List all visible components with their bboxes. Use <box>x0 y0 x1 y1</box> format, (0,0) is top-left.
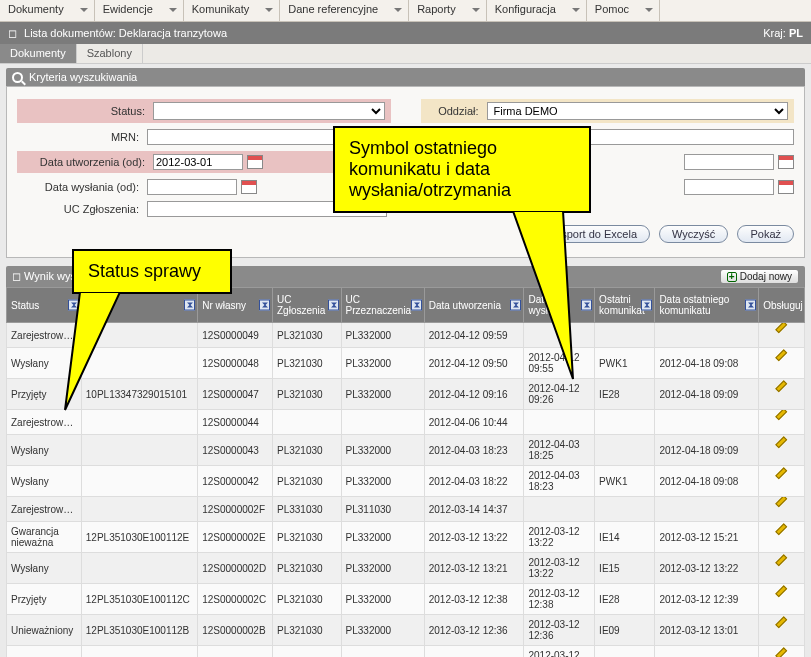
status-label: Status: <box>23 105 153 117</box>
col-header-data_ost_kom[interactable]: Data ostatniego komunikatu <box>655 288 759 323</box>
sort-icon[interactable] <box>184 300 195 311</box>
show-button[interactable]: Pokaż <box>737 225 794 243</box>
table-row[interactable]: Gwarancja nieważna12PL351030E100112E12S0… <box>7 522 805 553</box>
col-header-obsluguj[interactable]: Obsługuj <box>759 288 805 323</box>
cell-data_ost_kom: 2012-04-18 09:09 <box>655 435 759 466</box>
cell-uc_z: PL321030 <box>273 584 342 615</box>
menu-dane-referencyjne[interactable]: Dane referencyjne <box>280 0 409 21</box>
table-row[interactable]: Wysłany12S0000043PL321030PL3320002012-04… <box>7 435 805 466</box>
menu-ewidencje[interactable]: Ewidencje <box>95 0 184 21</box>
cell-data_ost_kom: 2012-03-12 15:21 <box>655 522 759 553</box>
sort-icon[interactable] <box>328 300 339 311</box>
cell-data_ost_kom: 2012-03-12 13:22 <box>655 553 759 584</box>
oddzial-label: Oddział: <box>427 105 487 117</box>
cell-mrn: 12PL351030E100112B <box>81 615 197 646</box>
cell-status: Zarejestrowany <box>7 497 82 522</box>
edit-icon[interactable] <box>775 501 789 515</box>
table-row[interactable]: Wysłany12S0000002DPL321030PL3320002012-0… <box>7 553 805 584</box>
cell-uc_p: PL332000 <box>341 435 424 466</box>
cell-utw: 2012-03-12 12:38 <box>424 584 524 615</box>
menu-komunikaty[interactable]: Komunikaty <box>184 0 280 21</box>
menu-dokumenty[interactable]: Dokumenty <box>0 0 95 21</box>
calendar-icon[interactable] <box>778 180 794 194</box>
add-new-button[interactable]: + Dodaj nowy <box>720 269 799 284</box>
cell-uc_z: PL331030 <box>273 497 342 522</box>
cell-utw: 2012-04-12 09:16 <box>424 379 524 410</box>
cell-wys: 2012-03-12 13:22 <box>524 553 595 584</box>
edit-icon[interactable] <box>775 473 789 487</box>
edit-icon[interactable] <box>775 355 789 369</box>
cell-uc_p: PL332000 <box>341 522 424 553</box>
data-utw-do-input[interactable] <box>684 154 774 170</box>
cell-wys: 2012-03-12 12:26 <box>524 646 595 658</box>
sort-icon[interactable] <box>641 300 652 311</box>
subtab-bar: Dokumenty Szablony <box>0 44 811 64</box>
cell-uc_p: PL332000 <box>341 379 424 410</box>
cell-ost_kom <box>595 435 655 466</box>
edit-icon[interactable] <box>775 386 789 400</box>
status-select[interactable] <box>153 102 385 120</box>
main-menubar: DokumentyEwidencjeKomunikatyDane referen… <box>0 0 811 22</box>
tab-szablony[interactable]: Szablony <box>77 44 143 63</box>
cell-nr: 12S0000047 <box>198 379 273 410</box>
cell-mrn <box>81 466 197 497</box>
data-utw-od-input[interactable] <box>153 154 243 170</box>
edit-icon[interactable] <box>775 653 789 657</box>
cell-obsluguj <box>759 615 805 646</box>
edit-icon[interactable] <box>775 529 789 543</box>
cell-uc_z: PL321030 <box>273 553 342 584</box>
sort-icon[interactable] <box>259 300 270 311</box>
table-row[interactable]: Unieważniony12PL351030E100112A12S0000002… <box>7 646 805 658</box>
cell-ost_kom <box>595 410 655 435</box>
cell-utw: 2012-04-06 10:44 <box>424 410 524 435</box>
criteria-panel-header: Kryteria wyszukiwania <box>6 68 805 86</box>
tab-dokumenty[interactable]: Dokumenty <box>0 44 77 63</box>
col-header-uc_z[interactable]: UC Zgłoszenia <box>273 288 342 323</box>
col-header-uc_p[interactable]: UC Przeznaczenia <box>341 288 424 323</box>
edit-icon[interactable] <box>775 591 789 605</box>
data-wys-od-input[interactable] <box>147 179 237 195</box>
col-header-ost_kom[interactable]: Ostatni komunikat <box>595 288 655 323</box>
edit-icon[interactable] <box>775 442 789 456</box>
cell-data_ost_kom: 2012-04-18 09:08 <box>655 348 759 379</box>
edit-icon[interactable] <box>775 327 789 341</box>
cell-mrn: 12PL351030E100112C <box>81 584 197 615</box>
table-row[interactable]: Przyjęty12PL351030E100112C12S0000002CPL3… <box>7 584 805 615</box>
sort-icon[interactable] <box>745 300 756 311</box>
table-row[interactable]: Zarejestrowany12S00000442012-04-06 10:44 <box>7 410 805 435</box>
cell-status: Unieważniony <box>7 646 82 658</box>
table-row[interactable]: Zarejestrowany12S0000002FPL331030PL31103… <box>7 497 805 522</box>
oddzial-select[interactable]: Firma DEMO <box>487 102 789 120</box>
annotation-callout-status: Status sprawy <box>72 249 232 294</box>
data-utw-od-label: Data utworzenia (od): <box>23 156 153 168</box>
cell-data_ost_kom: 2012-03-12 13:01 <box>655 615 759 646</box>
sort-icon[interactable] <box>411 300 422 311</box>
table-row[interactable]: Unieważniony12PL351030E100112B12S0000002… <box>7 615 805 646</box>
cell-nr: 12S0000002B <box>198 615 273 646</box>
cell-status: Wysłany <box>7 553 82 584</box>
cell-nr: 12S0000002F <box>198 497 273 522</box>
calendar-icon[interactable] <box>778 155 794 169</box>
edit-icon[interactable] <box>775 622 789 636</box>
cell-utw: 2012-03-12 12:36 <box>424 615 524 646</box>
cell-status: Przyjęty <box>7 584 82 615</box>
cell-obsluguj <box>759 323 805 348</box>
clear-button[interactable]: Wyczyść <box>659 225 728 243</box>
calendar-icon[interactable] <box>241 180 257 194</box>
cell-uc_z: PL321030 <box>273 348 342 379</box>
menu-pomoc[interactable]: Pomoc <box>587 0 660 21</box>
menu-konfiguracja[interactable]: Konfiguracja <box>487 0 587 21</box>
cell-status: Gwarancja nieważna <box>7 522 82 553</box>
cell-wys: 2012-03-12 12:36 <box>524 615 595 646</box>
edit-icon[interactable] <box>775 414 789 428</box>
cell-uc_z: PL321030 <box>273 646 342 658</box>
calendar-icon[interactable] <box>247 155 263 169</box>
cell-status: Wysłany <box>7 466 82 497</box>
menu-raporty[interactable]: Raporty <box>409 0 487 21</box>
data-wys-do-input[interactable] <box>684 179 774 195</box>
table-row[interactable]: Wysłany12S0000042PL321030PL3320002012-04… <box>7 466 805 497</box>
cell-nr: 12S0000049 <box>198 323 273 348</box>
cell-mrn: 12PL351030E100112E <box>81 522 197 553</box>
cell-nr: 12S0000002E <box>198 522 273 553</box>
edit-icon[interactable] <box>775 560 789 574</box>
